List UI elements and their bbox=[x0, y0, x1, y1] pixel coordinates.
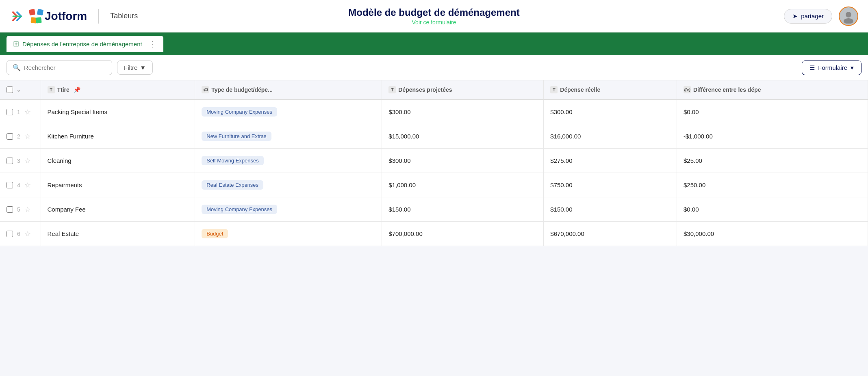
toolbar-right: ☰ Formulaire ▾ bbox=[802, 61, 861, 75]
row-expand-icon[interactable]: ⌄ bbox=[16, 86, 21, 93]
row-actual-cell[interactable]: $300.00 bbox=[544, 99, 677, 124]
row-title-cell[interactable]: Real Estate bbox=[41, 222, 195, 246]
tab-moving-expenses[interactable]: ⊞ Dépenses de l'entreprise de déménageme… bbox=[7, 36, 163, 52]
table-row: 1 ☆ Packing Special Items Moving Company… bbox=[0, 99, 868, 124]
header-divider bbox=[98, 9, 99, 24]
select-all-checkbox[interactable] bbox=[7, 86, 13, 93]
row-title-cell[interactable]: Cleaning bbox=[41, 149, 195, 173]
share-button[interactable]: ➤ partager bbox=[784, 9, 832, 24]
row-checkbox[interactable] bbox=[7, 109, 13, 115]
row-title-cell[interactable]: Packing Special Items bbox=[41, 99, 195, 124]
row-projected-cell[interactable]: $150.00 bbox=[382, 197, 544, 222]
row-title-cell[interactable]: Company Fee bbox=[41, 197, 195, 222]
row-budget-type-cell[interactable]: Real Estate Expenses bbox=[195, 173, 382, 197]
row-star-icon[interactable]: ☆ bbox=[24, 205, 31, 214]
row-budget-type-cell[interactable]: Budget bbox=[195, 222, 382, 246]
row-number: 2 bbox=[17, 133, 20, 140]
col-type-t3-icon: T bbox=[550, 86, 558, 93]
budget-type-badge: Moving Company Expenses bbox=[202, 107, 277, 117]
table-row: 2 ☆ Kitchen Furniture New Furniture and … bbox=[0, 124, 868, 149]
row-budget-type-cell[interactable]: New Furniture and Extras bbox=[195, 124, 382, 149]
filter-icon: ▼ bbox=[140, 64, 146, 71]
row-number: 4 bbox=[17, 182, 20, 188]
row-number: 3 bbox=[17, 158, 20, 164]
form-label: Formulaire bbox=[818, 64, 847, 71]
row-budget-type-cell[interactable]: Moving Company Expenses bbox=[195, 197, 382, 222]
row-checkbox[interactable] bbox=[7, 133, 13, 140]
row-number: 6 bbox=[17, 231, 20, 237]
filter-label: Filtre bbox=[124, 64, 137, 71]
row-star-icon[interactable]: ☆ bbox=[24, 156, 31, 165]
budget-type-badge: Moving Company Expenses bbox=[202, 205, 277, 214]
row-projected-cell[interactable]: $300.00 bbox=[382, 99, 544, 124]
row-controls-cell: 6 ☆ bbox=[0, 222, 41, 246]
row-projected-cell[interactable]: $700,000.00 bbox=[382, 222, 544, 246]
row-actual-cell[interactable]: $150.00 bbox=[544, 197, 677, 222]
table-header-row: ⌄ T Ttire 📌 🏷 Type de budget/dépe... bbox=[0, 80, 868, 99]
tab-label: Dépenses de l'entreprise de déménagement bbox=[22, 41, 142, 48]
col-header-select: ⌄ bbox=[0, 80, 41, 99]
form-link[interactable]: Voir ce formulaire bbox=[348, 19, 519, 26]
row-star-icon[interactable]: ☆ bbox=[24, 229, 31, 238]
col-type-t2-icon: T bbox=[388, 86, 396, 93]
share-label: partager bbox=[801, 13, 824, 19]
row-diff-cell[interactable]: $0.00 bbox=[677, 99, 868, 124]
row-diff-cell[interactable]: -$1,000.00 bbox=[677, 124, 868, 149]
logo-area: Jotform Tableurs bbox=[10, 9, 138, 24]
row-actual-cell[interactable]: $16,000.00 bbox=[544, 124, 677, 149]
row-actual-cell[interactable]: $750.00 bbox=[544, 173, 677, 197]
svg-point-2 bbox=[844, 18, 853, 24]
row-budget-type-cell[interactable]: Self Moving Expenses bbox=[195, 149, 382, 173]
budget-type-badge: Budget bbox=[202, 229, 228, 238]
col-type-fx-icon: f(x) bbox=[684, 86, 691, 93]
search-box[interactable]: 🔍 bbox=[7, 60, 112, 75]
table-row: 3 ☆ Cleaning Self Moving Expenses $300.0… bbox=[0, 149, 868, 173]
row-actual-cell[interactable]: $670,000.00 bbox=[544, 222, 677, 246]
row-checkbox[interactable] bbox=[7, 206, 13, 213]
budget-type-badge: Self Moving Expenses bbox=[202, 156, 264, 165]
row-checkbox[interactable] bbox=[7, 158, 13, 164]
row-star-icon[interactable]: ☆ bbox=[24, 181, 31, 190]
row-star-icon[interactable]: ☆ bbox=[24, 108, 31, 117]
avatar[interactable] bbox=[839, 6, 858, 26]
tab-menu-icon[interactable]: ⋮ bbox=[149, 39, 157, 49]
form-chevron-icon: ▾ bbox=[851, 64, 854, 71]
row-diff-cell[interactable]: $0.00 bbox=[677, 197, 868, 222]
col-header-budget-type: 🏷 Type de budget/dépe... bbox=[195, 80, 382, 99]
row-checkbox[interactable] bbox=[7, 231, 13, 237]
col-diff-label: Différence entre les dépe bbox=[693, 86, 761, 93]
header: Jotform Tableurs Modèle de budget de dém… bbox=[0, 0, 868, 32]
svg-point-1 bbox=[846, 12, 851, 17]
row-star-icon[interactable]: ☆ bbox=[24, 132, 31, 141]
header-center: Modèle de budget de déménagement Voir ce… bbox=[348, 7, 519, 26]
row-diff-cell[interactable]: $250.00 bbox=[677, 173, 868, 197]
form-button[interactable]: ☰ Formulaire ▾ bbox=[802, 61, 861, 75]
row-controls-cell: 5 ☆ bbox=[0, 197, 41, 222]
row-title-cell[interactable]: Kitchen Furniture bbox=[41, 124, 195, 149]
search-icon: 🔍 bbox=[13, 64, 21, 71]
table-row: 5 ☆ Company Fee Moving Company Expenses … bbox=[0, 197, 868, 222]
row-controls-cell: 2 ☆ bbox=[0, 124, 41, 149]
col-pin-icon[interactable]: 📌 bbox=[74, 86, 80, 93]
search-input[interactable] bbox=[24, 64, 97, 71]
app-label: Tableurs bbox=[110, 12, 138, 20]
row-checkbox[interactable] bbox=[7, 182, 13, 188]
row-projected-cell[interactable]: $15,000.00 bbox=[382, 124, 544, 149]
jotform-wordmark: Jotform bbox=[29, 9, 87, 23]
tab-bar: ⊞ Dépenses de l'entreprise de déménageme… bbox=[0, 32, 868, 55]
row-projected-cell[interactable]: $300.00 bbox=[382, 149, 544, 173]
row-actual-cell[interactable]: $275.00 bbox=[544, 149, 677, 173]
col-type-text-icon: T bbox=[48, 86, 55, 93]
col-header-actual: T Dépense réelle bbox=[544, 80, 677, 99]
row-diff-cell[interactable]: $30,000.00 bbox=[677, 222, 868, 246]
data-table: ⌄ T Ttire 📌 🏷 Type de budget/dépe... bbox=[0, 80, 868, 246]
row-diff-cell[interactable]: $25.00 bbox=[677, 149, 868, 173]
filter-button[interactable]: Filtre ▼ bbox=[117, 61, 153, 75]
row-title-cell[interactable]: Repairments bbox=[41, 173, 195, 197]
col-type-tag-icon: 🏷 bbox=[202, 86, 209, 93]
budget-type-badge: New Furniture and Extras bbox=[202, 132, 271, 141]
col-budget-type-label: Type de budget/dépe... bbox=[211, 86, 273, 93]
row-projected-cell[interactable]: $1,000.00 bbox=[382, 173, 544, 197]
row-budget-type-cell[interactable]: Moving Company Expenses bbox=[195, 99, 382, 124]
table-row: 6 ☆ Real Estate Budget $700,000.00 $670,… bbox=[0, 222, 868, 246]
